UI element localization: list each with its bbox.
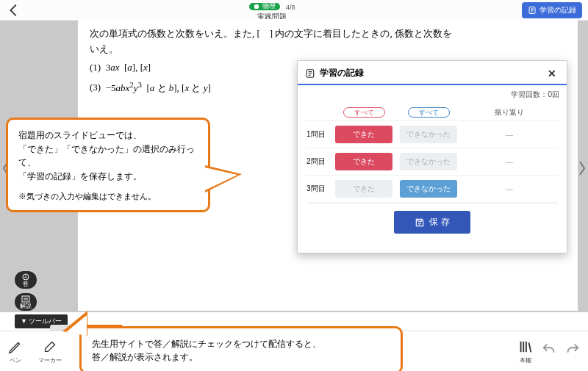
row-2-label: 2問目 (306, 156, 331, 167)
svg-text:A: A (24, 275, 27, 279)
callout1-line1: 宿題用のスライドビューでは、 (18, 129, 198, 143)
marker-tool[interactable]: マーカー (38, 339, 62, 364)
problem-line1: 次の単項式の係数と次数をいえ。また, [ ] 内の文字に着目したときの, 係数と… (90, 28, 452, 39)
svg-rect-4 (22, 296, 29, 302)
callout-homework-info: 宿題用のスライドビューでは、 「できた」「できなかった」の選択のみ行って、 「学… (6, 118, 210, 212)
study-count-label: 学習回数：0回 (298, 85, 567, 100)
answer-toggle-button[interactable]: A 答 (15, 271, 37, 289)
callout2-line1: 先生用サイトで答／解説にチェックをつけて配信すると、 (92, 337, 390, 351)
page-counter: 4/8 (286, 4, 295, 11)
page-title-block: 物理 4/8 実践問題 (249, 0, 295, 21)
undo-button[interactable] (541, 342, 557, 361)
subject-tag-label: 物理 (262, 3, 276, 10)
row-2-ng-button[interactable]: できなかった (400, 153, 457, 170)
callout1-line3: 「学習の記録」を保存します。 (18, 170, 198, 184)
q1-number: (1) (90, 62, 101, 73)
subject-tag: 物理 (249, 3, 280, 10)
row-3-label: 3問目 (306, 184, 331, 194)
bookshelf-button[interactable]: 本棚 (517, 339, 534, 364)
record-button-label: 学習の記録 (539, 5, 576, 15)
review-column-header: 振り返り (461, 107, 558, 118)
row-3-review: — (461, 185, 558, 193)
pen-tool[interactable]: ペン (7, 339, 24, 364)
row-1-review: — (461, 131, 558, 139)
pen-tool-label: ペン (10, 356, 21, 364)
problem-line2: いえ。 (90, 43, 118, 54)
answer-toggle-label: 答 (23, 281, 29, 287)
callout2-line2: 答／解説が表示されます。 (92, 350, 390, 364)
row-2-review: — (461, 158, 558, 166)
redo-button[interactable] (564, 342, 581, 361)
marker-icon (42, 339, 58, 355)
row-2-ok-button[interactable]: できた (335, 153, 392, 170)
save-button[interactable]: 保 存 (394, 211, 470, 234)
select-all-ok[interactable]: すべて (343, 107, 385, 118)
explanation-toggle-button[interactable]: 解説 (15, 293, 37, 311)
q3-expression: −5abx2y3 [a と b], [x と y] (106, 82, 211, 93)
svg-point-0 (254, 4, 258, 9)
close-icon[interactable]: ✕ (545, 68, 559, 79)
answer-icon: A (21, 273, 30, 281)
back-arrow-icon[interactable] (6, 2, 22, 18)
q3-number: (3) (90, 82, 101, 93)
q1-expression: 3ax [a], [x] (106, 62, 151, 73)
bookshelf-icon (517, 339, 534, 355)
save-button-label: 保 存 (429, 216, 449, 228)
row-3-ok-button[interactable]: できた (335, 180, 392, 198)
note-icon (305, 68, 315, 79)
study-record-panel: 学習の記録 ✕ 学習回数：0回 すべて すべて 振り返り 1問目 できた できな… (297, 60, 567, 253)
explanation-icon (21, 295, 30, 303)
callout1-note: ※気づきの入力や編集はできません。 (18, 190, 198, 202)
callout-teacher-info: 先生用サイトで答／解説にチェックをつけて配信すると、 答／解説が表示されます。 (79, 326, 403, 371)
open-record-button[interactable]: 学習の記録 (522, 2, 582, 18)
row-1-label: 1問目 (306, 129, 331, 140)
select-all-ng[interactable]: すべて (408, 107, 450, 118)
callout1-line2: 「できた」「できなかった」の選択のみ行って、 (18, 143, 198, 170)
record-panel-title: 学習の記録 (320, 67, 364, 79)
note-icon (528, 6, 537, 15)
bookshelf-label: 本棚 (520, 356, 531, 364)
row-1-ok-button[interactable]: できた (335, 126, 392, 143)
row-3-ng-button[interactable]: できなかった (400, 180, 457, 198)
explanation-toggle-label: 解説 (20, 303, 32, 309)
row-1-ng-button[interactable]: できなかった (400, 126, 457, 143)
save-icon (415, 217, 425, 228)
pen-icon (7, 339, 24, 355)
marker-tool-label: マーカー (38, 356, 62, 364)
next-slide-button[interactable] (578, 160, 586, 176)
side-tool-buttons: A 答 解説 (15, 271, 37, 311)
